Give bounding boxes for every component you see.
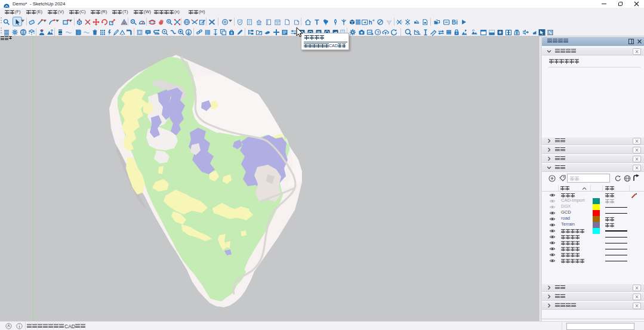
svg-text:Bi: Bi [452, 19, 458, 26]
svg-text:?: ? [377, 30, 380, 35]
